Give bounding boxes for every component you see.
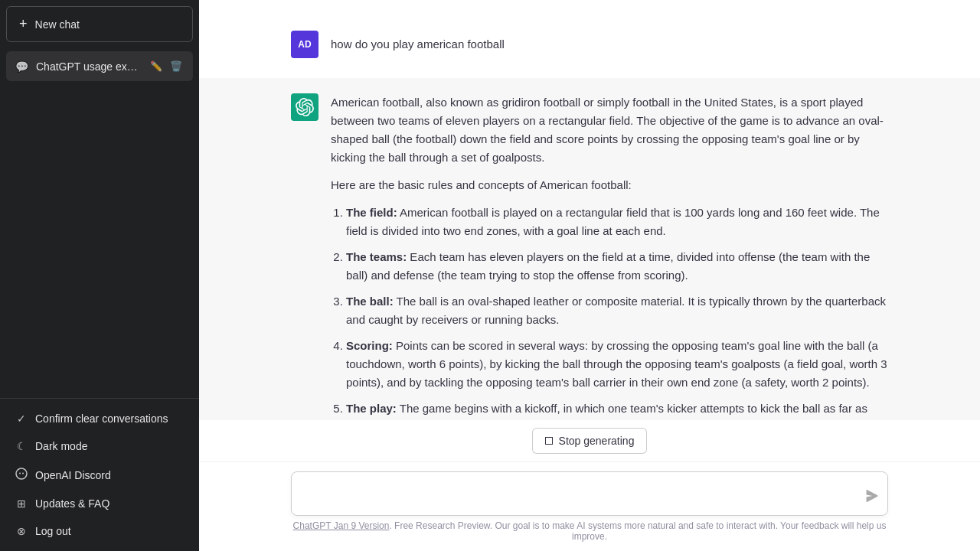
assistant-intro-text: American football, also known as gridiro… [331, 93, 888, 167]
chat-input[interactable] [292, 472, 887, 512]
openai-icon [291, 93, 318, 121]
conversation-actions: ✏️ 🗑️ [149, 59, 184, 73]
sidebar-item-logout[interactable]: ⊗ Log out [6, 517, 193, 545]
footer-note-link[interactable]: ChatGPT Jan 9 Version [293, 520, 390, 531]
stop-generating-button[interactable]: Stop generating [532, 428, 648, 454]
assistant-message-content: American football, also known as gridiro… [331, 93, 888, 420]
sidebar-item-discord[interactable]: OpenAI Discord [6, 460, 193, 490]
confirm-clear-label: Confirm clear conversations [35, 412, 168, 425]
delete-conversation-button[interactable]: 🗑️ [168, 59, 184, 73]
plus-icon: + [19, 16, 28, 32]
conversation-list: 💬 ChatGPT usage exampl ✏️ 🗑️ [0, 48, 199, 398]
assistant-subheading: Here are the basic rules and concepts of… [331, 176, 888, 194]
sidebar-item-confirm-clear[interactable]: ✓ Confirm clear conversations [6, 405, 193, 432]
user-message-text: how do you play american football [331, 31, 888, 54]
rules-list: The field: American football is played o… [331, 204, 888, 420]
input-wrapper [291, 471, 888, 516]
list-item: The play: The game begins with a kickoff… [346, 399, 888, 420]
stop-generating-bar: Stop generating [199, 420, 980, 461]
assistant-message: American football, also known as gridiro… [199, 78, 980, 420]
sidebar-item-updates[interactable]: ⊞ Updates & FAQ [6, 490, 193, 517]
user-avatar-initials: AD [298, 39, 311, 50]
edit-conversation-button[interactable]: ✏️ [149, 59, 164, 73]
logout-label: Log out [35, 525, 71, 537]
send-button[interactable] [866, 490, 878, 506]
list-item: The ball: The ball is an oval-shaped lea… [346, 292, 888, 329]
footer-note-text: . Free Research Preview. Our goal is to … [389, 520, 886, 542]
chat-bubble-icon: 💬 [15, 60, 28, 73]
external-link-icon: ⊞ [15, 497, 28, 510]
conversation-item[interactable]: 💬 ChatGPT usage exampl ✏️ 🗑️ [6, 51, 193, 81]
svg-point-0 [16, 468, 27, 479]
checkmark-icon: ✓ [15, 412, 28, 425]
user-message: AD how do you play american football [245, 15, 934, 78]
conversation-label: ChatGPT usage exampl [36, 60, 141, 73]
user-message-content: how do you play american football [331, 31, 888, 63]
new-chat-button[interactable]: + New chat [6, 6, 193, 42]
discord-label: OpenAI Discord [35, 469, 111, 481]
list-item: The field: American football is played o… [346, 204, 888, 240]
sidebar-item-dark-mode[interactable]: ☾ Dark mode [6, 432, 193, 460]
sidebar: + New chat 💬 ChatGPT usage exampl ✏️ 🗑️ … [0, 0, 199, 551]
stop-square-icon [545, 437, 553, 445]
logout-icon: ⊗ [15, 525, 28, 537]
input-area: ChatGPT Jan 9 Version. Free Research Pre… [199, 461, 980, 551]
discord-icon [15, 468, 28, 482]
stop-generating-label: Stop generating [559, 435, 635, 447]
list-item: The teams: Each team has eleven players … [346, 248, 888, 285]
chat-container: AD how do you play american football [199, 0, 980, 420]
new-chat-label: New chat [35, 18, 80, 31]
user-avatar: AD [291, 31, 318, 58]
list-item: Scoring: Points can be scored in several… [346, 337, 888, 392]
sidebar-footer: ✓ Confirm clear conversations ☾ Dark mod… [0, 398, 199, 551]
moon-icon: ☾ [15, 440, 28, 452]
footer-note: ChatGPT Jan 9 Version. Free Research Pre… [291, 516, 888, 545]
updates-label: Updates & FAQ [35, 497, 109, 510]
gpt-avatar [291, 93, 318, 121]
dark-mode-label: Dark mode [35, 440, 87, 452]
main-content: AD how do you play american football [199, 0, 980, 551]
